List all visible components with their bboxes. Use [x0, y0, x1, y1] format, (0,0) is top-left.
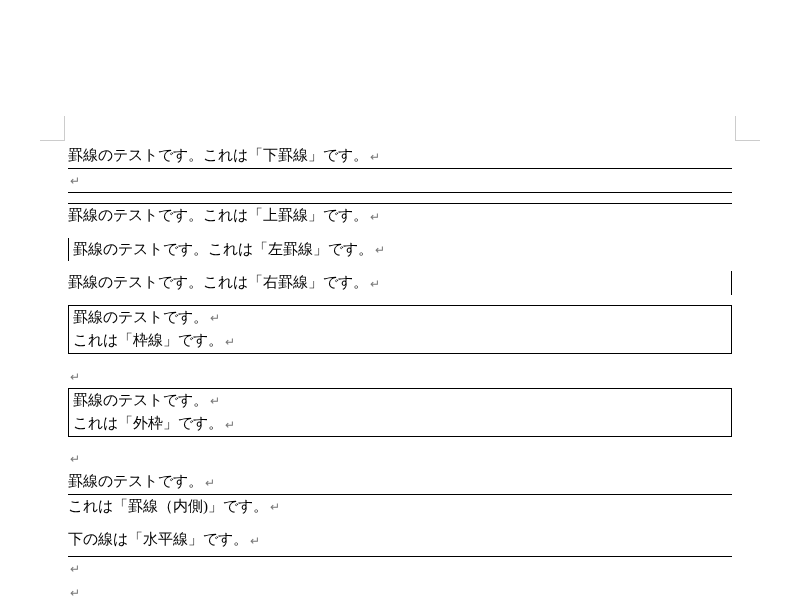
line-box-1: 罫線のテストです。: [73, 306, 727, 330]
empty-line: [68, 169, 732, 194]
paragraph-left-border: 罫線のテストです。これは「左罫線」です。: [68, 238, 732, 262]
paragraph-box-border: 罫線のテストです。 これは「枠線」です。: [68, 305, 732, 354]
document-body: 罫線のテストです。これは「下罫線」です。 罫線のテストです。これは「上罫線」です…: [68, 144, 732, 600]
paragraph-horizontal-rule: 下の線は「水平線」です。: [68, 528, 732, 600]
line-box-2: これは「枠線」です。: [73, 329, 727, 353]
margin-marker-top-right: [735, 116, 760, 141]
line-right-border: 罫線のテストです。これは「右罫線」です。: [68, 271, 732, 295]
paragraph-right-border: 罫線のテストです。これは「右罫線」です。: [68, 271, 732, 295]
line-inner-1: 罫線のテストです。: [68, 470, 732, 495]
line-outer-1: 罫線のテストです。: [73, 389, 727, 413]
document-page: 罫線のテストです。これは「下罫線」です。 罫線のテストです。これは「上罫線」です…: [0, 0, 800, 600]
paragraph-outer-border: 罫線のテストです。 これは「外枠」です。: [68, 388, 732, 437]
line-inner-2: これは「罫線（内側)」です。: [68, 495, 732, 519]
empty-line: [68, 580, 732, 600]
line-horizontal-text: 下の線は「水平線」です。: [68, 528, 732, 552]
paragraph-top-border: 罫線のテストです。これは「上罫線」です。: [68, 203, 732, 228]
paragraph-inner-border: 罫線のテストです。 これは「罫線（内側)」です。: [68, 470, 732, 518]
line-bottom-border: 罫線のテストです。これは「下罫線」です。: [68, 144, 732, 169]
line-left-border: 罫線のテストです。これは「左罫線」です。: [68, 238, 732, 262]
margin-marker-top-left: [40, 116, 65, 141]
paragraph-bottom-border: 罫線のテストです。これは「下罫線」です。: [68, 144, 732, 193]
line-outer-2: これは「外枠」です。: [73, 412, 727, 436]
empty-line: [68, 557, 732, 581]
line-top-border: 罫線のテストです。これは「上罫線」です。: [68, 203, 732, 228]
empty-line: [68, 447, 732, 471]
empty-line: [68, 364, 732, 388]
